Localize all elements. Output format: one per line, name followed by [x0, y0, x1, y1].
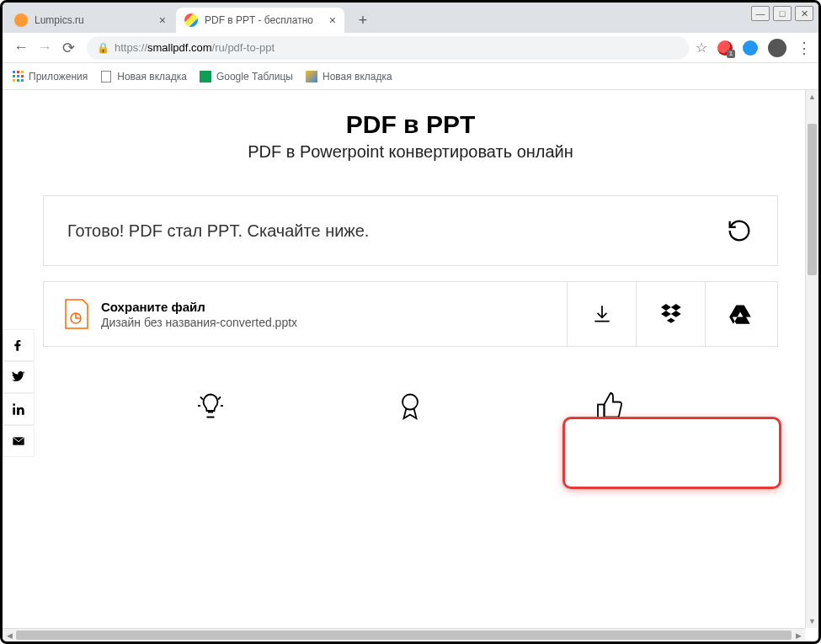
- address-bar: ← → ⟳ 🔒 https://smallpdf.com/ru/pdf-to-p…: [3, 33, 818, 63]
- vertical-scrollbar[interactable]: ▲ ▼: [805, 90, 818, 628]
- extension-icon[interactable]: 1: [717, 40, 733, 56]
- minimize-button[interactable]: —: [751, 6, 770, 21]
- horizontal-scrollbar[interactable]: ◀ ▶: [3, 628, 805, 641]
- bookmark-sheets[interactable]: Google Таблицы: [199, 70, 293, 83]
- page-title: PDF в PPT: [43, 110, 778, 139]
- tab-smallpdf[interactable]: PDF в PPT - бесплатно ×: [176, 8, 344, 33]
- download-button[interactable]: [567, 282, 636, 346]
- dropbox-button[interactable]: [636, 282, 705, 346]
- social-share-bar: [3, 329, 35, 457]
- favicon-multi-icon: [184, 13, 198, 27]
- bookmark-newtab[interactable]: Новая вкладка: [99, 70, 187, 83]
- google-drive-button[interactable]: [705, 282, 774, 346]
- maximize-button[interactable]: □: [773, 6, 792, 21]
- save-file-title: Сохраните файл: [101, 300, 297, 314]
- tab-title: PDF в PPT - бесплатно: [205, 14, 323, 26]
- download-options: [567, 282, 774, 346]
- page-content: PDF в PPT PDF в Powerpoint конвертироват…: [3, 90, 818, 641]
- lock-icon: 🔒: [97, 42, 109, 54]
- browser-window: — □ ✕ Lumpics.ru × PDF в PPT - бесплатно…: [0, 0, 821, 644]
- extension-globe-icon[interactable]: [743, 40, 758, 56]
- email-share[interactable]: [3, 425, 35, 457]
- filename-text: Дизайн без названия-converted.pptx: [101, 316, 297, 329]
- svg-line-1: [200, 397, 203, 400]
- url-field[interactable]: 🔒 https://smallpdf.com/ru/pdf-to-ppt: [87, 36, 689, 60]
- page-subtitle: PDF в Powerpoint конвертировать онлайн: [43, 142, 778, 162]
- new-tab-button[interactable]: +: [351, 8, 375, 32]
- twitter-share[interactable]: [3, 361, 35, 393]
- window-controls: — □ ✕: [751, 6, 813, 21]
- tab-bar: Lumpics.ru × PDF в PPT - бесплатно × +: [3, 3, 818, 33]
- scroll-left-icon[interactable]: ◀: [3, 629, 16, 641]
- linkedin-share[interactable]: [3, 393, 35, 425]
- bookmark-apps[interactable]: Приложения: [11, 70, 88, 83]
- scroll-thumb-h[interactable]: [16, 631, 792, 640]
- status-message: Готово! PDF стал PPT. Скачайте ниже.: [67, 221, 369, 241]
- bookmark-star-icon[interactable]: ☆: [696, 40, 707, 56]
- feature-icons: [43, 381, 778, 447]
- svg-point-5: [403, 395, 418, 410]
- extension-badge: 1: [727, 50, 735, 58]
- svg-rect-7: [13, 407, 15, 415]
- status-card: Готово! PDF стал PPT. Скачайте ниже.: [43, 195, 778, 266]
- award-ribbon-icon: [395, 391, 425, 427]
- ppt-file-icon: [64, 298, 89, 330]
- reload-button[interactable]: ⟳: [56, 36, 80, 60]
- tab-lumpics[interactable]: Lumpics.ru ×: [6, 8, 174, 33]
- scroll-right-icon[interactable]: ▶: [792, 629, 805, 641]
- bookmark-newtab2[interactable]: Новая вкладка: [305, 70, 392, 83]
- forward-button[interactable]: →: [33, 36, 56, 60]
- facebook-share[interactable]: [3, 329, 35, 361]
- scroll-thumb[interactable]: [808, 124, 817, 275]
- lightbulb-icon: [195, 391, 226, 427]
- url-text: https://smallpdf.com/ru/pdf-to-ppt: [115, 41, 275, 54]
- thumbs-up-icon: [595, 391, 626, 427]
- menu-button[interactable]: ⋮: [797, 39, 812, 57]
- profile-avatar[interactable]: [768, 39, 786, 57]
- back-button[interactable]: ←: [9, 36, 33, 60]
- tab-title: Lumpics.ru: [35, 14, 152, 26]
- svg-rect-6: [598, 405, 605, 419]
- close-window-button[interactable]: ✕: [795, 6, 813, 21]
- file-result-card: Сохраните файл Дизайн без названия-conve…: [43, 281, 778, 347]
- svg-point-8: [13, 403, 15, 406]
- svg-line-2: [218, 397, 221, 400]
- refresh-icon[interactable]: [725, 216, 754, 245]
- addrbar-right: ☆ 1 ⋮: [696, 39, 812, 57]
- favicon-orange-icon: [14, 13, 28, 27]
- scroll-down-icon[interactable]: ▼: [806, 615, 818, 628]
- close-tab-icon[interactable]: ×: [329, 13, 336, 27]
- bookmarks-bar: Приложения Новая вкладка Google Таблицы …: [3, 63, 818, 90]
- close-tab-icon[interactable]: ×: [159, 13, 166, 27]
- scroll-up-icon[interactable]: ▲: [806, 90, 818, 104]
